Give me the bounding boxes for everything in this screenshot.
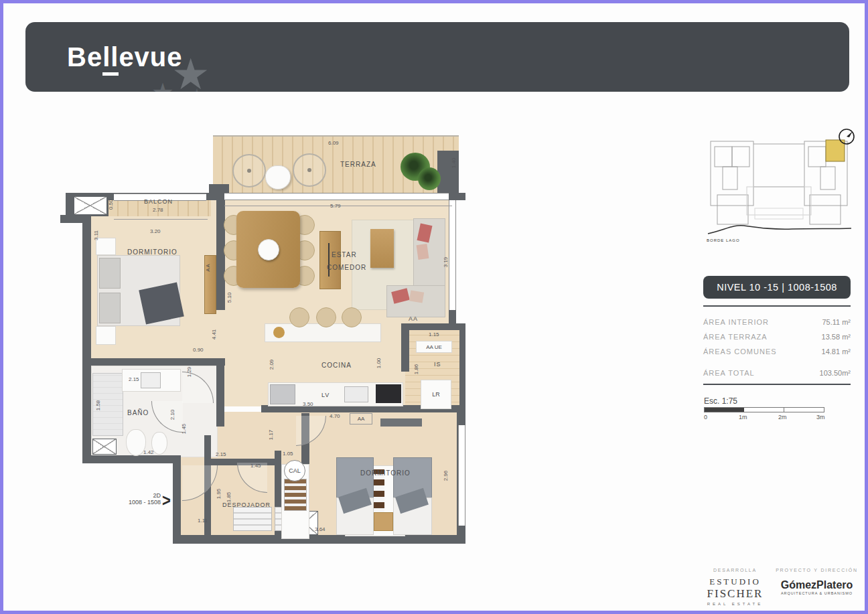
coffee-table <box>370 229 394 268</box>
dim-label: 4.41 <box>211 329 217 340</box>
star-icon: ★ <box>151 80 174 92</box>
key-plan <box>705 128 854 246</box>
scale-tick-label: 0 <box>704 414 707 420</box>
wall <box>449 310 456 326</box>
wall <box>216 358 224 427</box>
room-label-despojador: DESPOJADOR <box>222 502 271 508</box>
wall <box>82 215 91 463</box>
scale-tick-label: 3m <box>816 414 825 420</box>
scale-bar <box>704 407 824 412</box>
dim-label: 1.45 <box>250 463 261 469</box>
star-icon: ★ <box>185 85 209 92</box>
terrace-table <box>265 165 291 189</box>
bed-pillow <box>99 293 121 323</box>
room-label-comedor: COMEDOR <box>327 264 366 271</box>
label-aa: AA <box>205 263 211 272</box>
room-label-balcon: BALCON <box>144 198 173 205</box>
lake-edge-line <box>708 226 851 234</box>
dim-label: 1.17 <box>268 430 274 441</box>
bar-stool <box>289 307 309 327</box>
ac-outdoor-label: AA UE <box>426 344 442 350</box>
area-label: ÁREAS COMUNES <box>703 348 777 356</box>
architect-sub: ARQUITECTURA & URBANISMO <box>775 591 859 595</box>
dim-label: 3.50 <box>303 401 313 407</box>
label-aa: AA <box>409 315 418 322</box>
area-row: ÁREA TERRAZA 13.58 m² <box>703 333 851 341</box>
dim-label: 1.58 <box>95 400 101 411</box>
dim-label: 1.11 <box>198 518 208 524</box>
dim-label: 4.70 <box>330 413 340 419</box>
developer-logo: DESARROLLA ESTUDIO FISCHER REAL ESTATE <box>693 568 777 606</box>
nightstand <box>374 512 393 531</box>
fridge <box>270 384 295 404</box>
divider <box>703 305 851 307</box>
area-value: 13.58 m² <box>822 333 851 341</box>
shaft-box <box>72 195 108 216</box>
north-arrow-icon <box>837 127 857 147</box>
entry-range: 1008 - 1508 <box>115 499 161 506</box>
area-total-row: ÁREA TOTAL 103.50m² <box>703 369 851 377</box>
sofa-pillow <box>409 290 424 303</box>
divider <box>703 384 851 385</box>
cooktop <box>376 384 401 403</box>
dim-label: 3.11 <box>93 230 99 240</box>
area-value: 75.11 m² <box>822 318 851 326</box>
dim-label: 1.40 <box>451 158 457 169</box>
dim-label: 0.90 <box>193 347 204 353</box>
dim-label: 1.15 <box>429 331 439 337</box>
label-is: IS <box>434 361 441 368</box>
developer-sub: REAL ESTATE <box>693 602 777 606</box>
wall <box>449 193 465 200</box>
wall <box>173 535 465 544</box>
bed-pillow <box>99 258 121 289</box>
area-value: 14.81 m² <box>822 348 851 356</box>
developer-name-line2: FISCHER <box>693 587 777 601</box>
developer-eyebrow: DESARROLLA <box>693 568 777 572</box>
sofa-pillow <box>417 244 429 260</box>
ceiling-fan-icon <box>232 154 266 187</box>
label-lv: LV <box>321 392 330 398</box>
wall <box>91 358 225 366</box>
area-value: 103.50m² <box>820 369 851 377</box>
room-label-terraza: TERRAZA <box>340 161 376 168</box>
nightstand <box>96 326 116 345</box>
bar-stool <box>342 307 362 327</box>
area-row: ÁREAS COMUNES 14.81 m² <box>703 348 851 356</box>
developer-name-line1: ESTUDIO <box>693 577 777 587</box>
brochure-page: Bellevue ★ ★ ★ <box>0 0 868 614</box>
architect-name: GómezPlatero <box>775 579 859 591</box>
architect-eyebrow: PROYECTO Y DIRECCIÓN <box>775 568 859 572</box>
key-plan-caption: BORDE LAGO <box>707 238 740 242</box>
brand-header: Bellevue ★ ★ ★ <box>25 22 849 92</box>
room-label-dormitorio1: DORMITORIO <box>127 248 177 256</box>
wall <box>173 461 181 544</box>
entry-type: 2D <box>115 492 161 499</box>
window <box>458 425 465 526</box>
wall <box>459 326 465 412</box>
dim-label: 2.15 <box>216 451 226 457</box>
floor-plan: AA UE LR CAL AA TE <box>60 131 470 551</box>
wall <box>82 455 181 463</box>
sink <box>344 386 368 402</box>
area-label: ÁREA INTERIOR <box>703 318 769 326</box>
dim-label: 6.09 <box>328 140 339 146</box>
architect-logo: PROYECTO Y DIRECCIÓN GómezPlatero ARQUIT… <box>775 568 859 595</box>
shelf-rack <box>284 479 307 511</box>
dim-label: 3.64 <box>315 526 326 532</box>
dim-label: 1.29 <box>186 367 192 378</box>
area-row: ÁREA INTERIOR 75.11 m² <box>703 318 851 326</box>
room-label-dormitorio2: DORMITORIO <box>360 469 411 477</box>
dim-label: 1.85 <box>226 492 232 503</box>
dim-label: 2.78 <box>153 207 163 213</box>
dim-label: 3.19 <box>443 257 449 268</box>
dim-label: 1.86 <box>413 364 419 375</box>
brand-logo: Bellevue <box>67 42 183 72</box>
scale-tick-label: 2m <box>778 414 787 420</box>
laundry-label: LR <box>432 391 440 398</box>
dim-label: 2.96 <box>443 471 449 481</box>
dim-label: 1.45 <box>181 424 187 435</box>
sideboard <box>319 231 341 289</box>
room-label-cocina: COCINA <box>321 362 352 369</box>
bar-stool <box>316 307 336 327</box>
water-heater-label: CAL <box>289 467 301 474</box>
